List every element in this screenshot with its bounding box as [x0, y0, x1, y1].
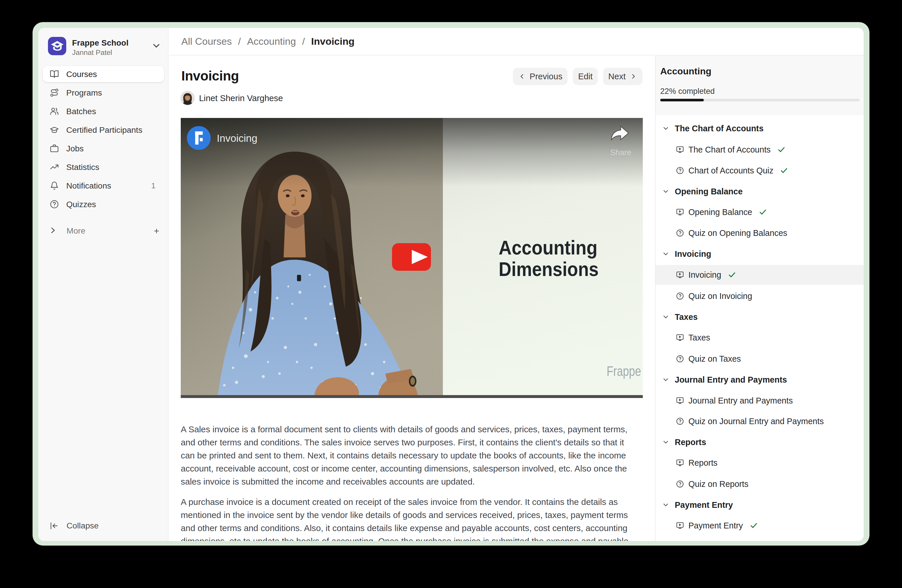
- svg-text:Accounting: Accounting: [499, 236, 597, 258]
- svg-text:Dimensions: Dimensions: [499, 258, 599, 280]
- svg-text:Frappe: Frappe: [606, 363, 641, 379]
- svg-text:Invoicing: Invoicing: [217, 133, 257, 144]
- svg-text:Share: Share: [610, 148, 631, 157]
